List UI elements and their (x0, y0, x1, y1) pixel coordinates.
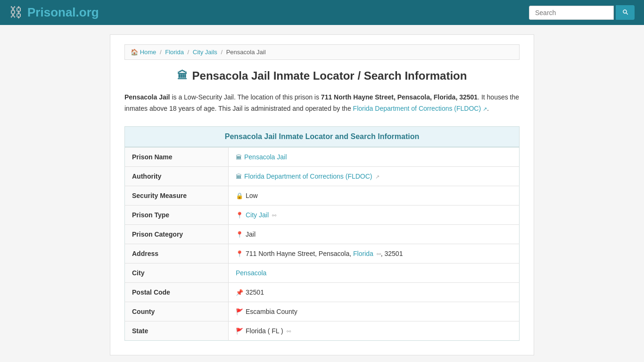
table-row: Prison Type📍City Jail ⚯ (125, 205, 520, 224)
row-label: State (125, 321, 229, 340)
anchor-icon: ⚯ (272, 213, 276, 218)
page-title-text: Pensacola Jail Inmate Locator / Search I… (192, 69, 467, 82)
row-value: 🚩Escambia County (229, 302, 520, 321)
row-value: 🔒Low (229, 186, 520, 205)
external-link-icon: ↗ (483, 106, 487, 112)
breadcrumb-home[interactable]: Home (140, 49, 157, 56)
main-container: 🏠 Home / Florida / City Jails / Pensacol… (110, 34, 534, 355)
logo-area: ⛓ Prisonal.org (9, 5, 99, 20)
breadcrumb: 🏠 Home / Florida / City Jails / Pensacol… (124, 44, 520, 60)
desc-part3: . (487, 105, 489, 112)
table-row: CityPensacola (125, 263, 520, 282)
row-value: 📍City Jail ⚯ (229, 205, 520, 224)
state-link[interactable]: Florida (353, 250, 373, 257)
row-label: Postal Code (125, 282, 229, 302)
table-row: Postal Code📌32501 (125, 282, 520, 302)
logo-icon: ⛓ (9, 5, 23, 20)
row-icon: 📌 (236, 289, 243, 296)
row-icon: 📍 (236, 212, 243, 219)
row-label: County (125, 302, 229, 321)
prison-name-bold: Pensacola Jail (124, 93, 170, 101)
row-link[interactable]: Pensacola Jail (244, 153, 287, 161)
row-label: Prison Type (125, 205, 229, 224)
address-bold: 711 North Hayne Street, Pensacola, Flori… (321, 93, 478, 101)
table-row: Security Measure🔒Low (125, 186, 520, 205)
row-icon: 🏛 (236, 173, 242, 180)
row-label: Prison Name (125, 147, 229, 166)
search-input[interactable] (529, 6, 614, 20)
table-row: Address📍711 North Hayne Street, Pensacol… (125, 244, 520, 263)
info-table: Prison Name🏛Pensacola JailAuthority🏛Flor… (124, 147, 520, 341)
description: Pensacola Jail is a Low-Security Jail. T… (124, 92, 520, 115)
row-icon: 🔒 (236, 192, 243, 199)
anchor-icon: ⚯ (377, 251, 381, 257)
search-area (529, 5, 635, 20)
row-icon: 🚩 (236, 308, 243, 315)
row-label: Address (125, 244, 229, 263)
table-row: Prison Category📍Jail (125, 224, 520, 244)
row-value: 🏛Florida Department of Corrections (FLDO… (229, 166, 520, 186)
row-icon: 🚩 (236, 328, 243, 335)
row-label: City (125, 263, 229, 282)
row-text: Florida ( FL ) (246, 327, 283, 335)
breadcrumb-city-jails[interactable]: City Jails (193, 49, 217, 56)
prison-icon: 🏛 (177, 70, 188, 82)
row-text: 32501 (246, 288, 264, 296)
info-section-header: Pensacola Jail Inmate Locator and Search… (124, 126, 520, 147)
table-row: State🚩Florida ( FL ) ⚯ (125, 321, 520, 340)
row-text: Escambia County (246, 308, 297, 315)
logo-text: Prisonal.org (27, 5, 99, 20)
row-value: 📌32501 (229, 282, 520, 302)
table-row: Authority🏛Florida Department of Correcti… (125, 166, 520, 186)
home-icon: 🏠 (131, 49, 138, 56)
site-header: ⛓ Prisonal.org (0, 0, 644, 25)
external-icon: ↗ (375, 174, 380, 180)
row-icon: 📍 (236, 250, 243, 257)
search-button[interactable] (616, 5, 635, 20)
city-link[interactable]: Pensacola (236, 269, 266, 277)
page-title: 🏛 Pensacola Jail Inmate Locator / Search… (124, 69, 520, 82)
row-label: Authority (125, 166, 229, 186)
row-value: 🏛Pensacola Jail (229, 147, 520, 166)
row-text: Jail (246, 230, 256, 238)
logo-suffix: .org (76, 5, 99, 19)
table-row: Prison Name🏛Pensacola Jail (125, 147, 520, 166)
search-icon (622, 8, 628, 15)
breadcrumb-florida[interactable]: Florida (165, 49, 184, 56)
row-value: 📍Jail (229, 224, 520, 244)
logo-name: Prisonal (27, 5, 76, 19)
table-row: County🚩Escambia County (125, 302, 520, 321)
row-value: 🚩Florida ( FL ) ⚯ (229, 321, 520, 340)
row-link[interactable]: City Jail (246, 211, 269, 219)
breadcrumb-current: Pensacola Jail (226, 49, 266, 56)
row-value: Pensacola (229, 263, 520, 282)
desc-part1: is a Low-Security Jail. The location of … (170, 93, 321, 101)
row-label: Security Measure (125, 186, 229, 205)
row-icon: 📍 (236, 231, 243, 238)
anchor-icon: ⚯ (287, 329, 291, 334)
authority-link[interactable]: Florida Department of Corrections (FLDOC… (353, 105, 487, 112)
row-label: Prison Category (125, 224, 229, 244)
row-text: Low (246, 192, 258, 199)
row-value: 📍711 North Hayne Street, Pensacola, Flor… (229, 244, 520, 263)
row-link[interactable]: Florida Department of Corrections (FLDOC… (244, 173, 372, 180)
row-icon: 🏛 (236, 154, 242, 161)
